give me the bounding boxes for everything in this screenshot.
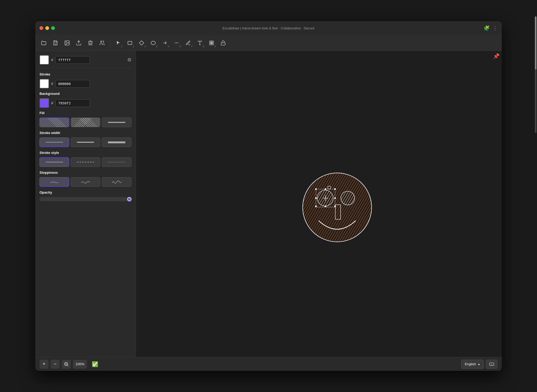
save-button[interactable] — [50, 38, 61, 48]
bg-color-row: # — [39, 98, 131, 108]
export-image-button[interactable] — [62, 38, 72, 48]
status-badge: ✅ — [92, 361, 98, 367]
bg-hash: # — [51, 101, 53, 105]
stroke-hash: # — [51, 82, 53, 86]
window-title: Excalidraw | Hand-drawn look & feel · Co… — [222, 26, 314, 30]
open-button[interactable] — [38, 38, 49, 48]
sloppiness-cartoonist-btn[interactable] — [102, 177, 131, 187]
canvas-bg-input[interactable] — [55, 56, 90, 64]
maximize-button[interactable] — [51, 26, 55, 30]
diamond-tool[interactable]: 3 — [136, 38, 147, 48]
fill-options — [39, 118, 131, 127]
stroke-medium-btn[interactable] — [71, 137, 100, 147]
fill-label: Fill — [39, 111, 131, 115]
svg-rect-12 — [210, 42, 211, 42]
bg-color-input[interactable] — [55, 99, 90, 107]
stroke-solid-btn[interactable] — [39, 157, 69, 167]
app-body: # ⚙ Stroke # Background # — [35, 51, 502, 357]
stroke-width-options — [39, 137, 131, 147]
minimize-button[interactable] — [45, 26, 49, 30]
stroke-thin-btn[interactable] — [39, 137, 69, 147]
titlebar-actions: 🧩 ⋮ — [484, 25, 498, 31]
line-tool[interactable]: 6 — [171, 38, 182, 48]
svg-point-33 — [341, 191, 355, 205]
svg-rect-29 — [315, 197, 317, 199]
settings-icon[interactable]: ⚙ — [127, 57, 131, 63]
zoom-out-button[interactable]: − — [51, 360, 60, 369]
titlebar: Excalidraw | Hand-drawn look & feel · Co… — [35, 21, 502, 35]
stroke-style-options — [39, 157, 131, 167]
language-label: English — [465, 362, 476, 366]
zoom-in-button[interactable]: + — [39, 360, 49, 369]
svg-rect-23 — [325, 188, 326, 190]
keyboard-button[interactable] — [486, 360, 498, 369]
svg-rect-25 — [334, 197, 336, 199]
text-tool[interactable]: 8 — [195, 38, 205, 48]
traffic-lights — [39, 26, 55, 30]
stroke-thick-btn[interactable] — [102, 137, 131, 147]
main-toolbar: 1 2 3 4 5 6 7 8 — [35, 35, 502, 51]
svg-point-3 — [101, 41, 102, 42]
canvas-bg-color-row: # ⚙ — [39, 55, 131, 65]
svg-rect-11 — [210, 41, 214, 45]
plugin-icon[interactable]: 🧩 — [484, 25, 490, 31]
smiley-drawing — [295, 161, 380, 246]
stroke-dashed-btn[interactable] — [71, 157, 100, 167]
sloppiness-label: Sloppiness — [39, 171, 131, 175]
svg-point-19 — [303, 173, 372, 242]
stroke-width-label: Stroke width — [39, 131, 131, 135]
export-scene-button[interactable] — [73, 38, 84, 48]
bottom-bar: + − 100% ✅ English ▲ — [35, 357, 502, 371]
sidebar-scroll: # ⚙ Stroke # Background # — [35, 51, 136, 357]
close-button[interactable] — [39, 26, 43, 30]
ellipse-tool[interactable]: 4 — [148, 38, 159, 48]
rectangle-tool[interactable]: 2 — [125, 38, 135, 48]
svg-rect-14 — [210, 43, 211, 44]
svg-point-1 — [66, 42, 67, 42]
canvas-drawing — [295, 161, 380, 247]
stroke-color-row: # — [39, 79, 131, 88]
lock-tool[interactable] — [218, 38, 228, 48]
bg-color-swatch[interactable] — [39, 98, 49, 108]
zoom-level-button[interactable]: 100% — [73, 360, 87, 369]
chevron-up-icon: ▲ — [478, 363, 480, 366]
language-dropdown[interactable]: English ▲ — [461, 360, 484, 369]
sloppiness-options — [39, 177, 131, 187]
svg-rect-24 — [334, 188, 336, 190]
canvas-area[interactable]: 📌 — [136, 51, 502, 357]
fill-hatch-btn[interactable] — [39, 118, 69, 127]
svg-rect-22 — [315, 188, 317, 190]
menu-icon[interactable]: ⋮ — [493, 25, 498, 31]
svg-rect-27 — [325, 206, 326, 207]
zoom-fit-button[interactable] — [62, 360, 71, 369]
sloppiness-architect-btn[interactable] — [39, 177, 69, 187]
svg-rect-16 — [221, 43, 225, 45]
svg-rect-4 — [128, 41, 132, 44]
app-window: Excalidraw | Hand-drawn look & feel · Co… — [35, 21, 502, 371]
svg-marker-5 — [139, 41, 144, 45]
fill-cross-btn[interactable] — [71, 118, 100, 127]
stroke-style-label: Stroke style — [39, 151, 131, 155]
language-selector: English ▲ — [461, 360, 498, 369]
svg-rect-15 — [212, 43, 213, 44]
opacity-label: Opacity — [39, 190, 131, 194]
collaborate-button[interactable] — [97, 38, 107, 48]
stroke-dotted-btn[interactable] — [102, 157, 131, 167]
toolbar-divider — [110, 39, 110, 47]
svg-rect-13 — [212, 42, 213, 42]
stroke-color-swatch[interactable] — [39, 79, 49, 88]
select-tool[interactable]: 1 — [113, 38, 124, 48]
stroke-label: Stroke — [39, 72, 131, 76]
canvas-bg-swatch[interactable] — [39, 55, 49, 65]
svg-rect-26 — [334, 206, 336, 207]
image-tool[interactable]: 9 — [206, 38, 217, 48]
sloppiness-artist-btn[interactable] — [71, 177, 100, 187]
pencil-tool[interactable]: 7 — [183, 38, 193, 48]
canvas-bg-hash: # — [51, 58, 53, 62]
fill-solid-btn[interactable] — [102, 118, 131, 127]
arrow-tool[interactable]: 5 — [160, 38, 170, 48]
svg-point-6 — [151, 41, 156, 44]
stroke-color-input[interactable] — [55, 80, 90, 88]
svg-rect-38 — [490, 363, 494, 366]
clear-button[interactable] — [85, 38, 96, 48]
